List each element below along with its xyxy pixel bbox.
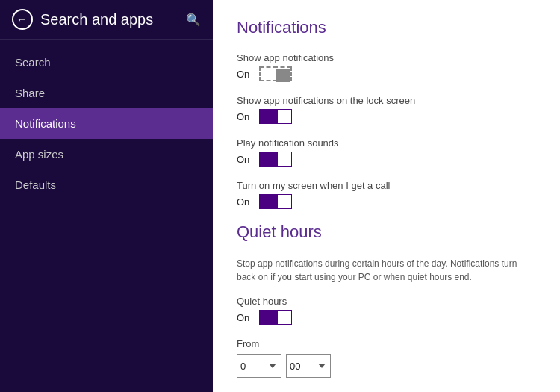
setting-label-show-app-notif: Show app notifications xyxy=(237,52,536,63)
search-icon[interactable]: 🔍 xyxy=(186,13,201,27)
sidebar: ← Search and apps 🔍 Search Share Notific… xyxy=(0,0,213,392)
on-label-show-app-notif: On xyxy=(237,69,252,80)
setting-play-sounds: Play notification sounds On xyxy=(237,137,536,167)
from-label: From xyxy=(237,338,536,349)
setting-value-lock-screen: On xyxy=(237,109,536,124)
sidebar-item-share[interactable]: Share xyxy=(0,78,213,108)
sidebar-item-search[interactable]: Search xyxy=(0,47,213,78)
sidebar-item-app-sizes[interactable]: App sizes xyxy=(0,139,213,169)
notifications-title: Notifications xyxy=(237,18,536,37)
setting-label-quiet-hours: Quiet hours xyxy=(237,296,536,307)
on-label-quiet-hours: On xyxy=(237,312,252,323)
toggle-thumb-screen-call xyxy=(278,195,291,208)
on-label-screen-call: On xyxy=(237,196,252,208)
setting-quiet-hours: Quiet hours On xyxy=(237,296,536,325)
quiet-hours-title: Quiet hours xyxy=(237,223,536,242)
toggle-screen-call[interactable] xyxy=(259,194,292,209)
on-label-lock-screen: On xyxy=(237,111,252,122)
toggle-quiet-hours[interactable] xyxy=(259,310,292,325)
setting-value-show-app-notif: On xyxy=(237,66,536,81)
main-content: Notifications Show app notifications On … xyxy=(213,0,560,392)
on-label-play-sounds: On xyxy=(237,154,252,165)
setting-value-quiet-hours: On xyxy=(237,310,536,325)
setting-show-app-notif: Show app notifications On xyxy=(237,52,536,81)
toggle-track-quiet-hours xyxy=(259,310,292,325)
toggle-track-show-app-notif xyxy=(259,66,292,81)
from-select-group: 0 1 2 3 4 5 6 00 15 30 45 xyxy=(237,354,536,378)
setting-label-play-sounds: Play notification sounds xyxy=(237,137,536,149)
toggle-thumb-show-app-notif xyxy=(276,69,290,82)
sidebar-header: ← Search and apps 🔍 xyxy=(0,0,213,40)
setting-value-screen-call: On xyxy=(237,194,536,209)
setting-label-screen-call: Turn on my screen when I get a call xyxy=(237,180,536,191)
toggle-lock-screen[interactable] xyxy=(259,109,292,124)
setting-lock-screen: Show app notifications on the lock scree… xyxy=(237,95,536,124)
setting-screen-call: Turn on my screen when I get a call On xyxy=(237,180,536,209)
setting-label-lock-screen: Show app notifications on the lock scree… xyxy=(237,95,536,106)
from-minute-select[interactable]: 00 15 30 45 xyxy=(286,354,331,378)
setting-value-play-sounds: On xyxy=(237,152,536,167)
sidebar-item-defaults[interactable]: Defaults xyxy=(0,169,213,200)
toggle-play-sounds[interactable] xyxy=(259,152,292,167)
toggle-thumb-quiet-hours xyxy=(278,311,291,324)
toggle-track-lock-screen xyxy=(259,109,292,124)
quiet-hours-description: Stop app notifications during certain ho… xyxy=(237,257,535,284)
from-hour-select[interactable]: 0 1 2 3 4 5 6 xyxy=(237,354,281,378)
from-row: From 0 1 2 3 4 5 6 00 15 30 45 xyxy=(237,338,536,378)
back-button[interactable]: ← xyxy=(12,9,33,30)
toggle-show-app-notif[interactable] xyxy=(259,66,292,81)
sidebar-title: Search and apps xyxy=(40,11,153,28)
toggle-track-screen-call xyxy=(259,194,292,209)
toggle-thumb-lock-screen xyxy=(278,110,291,123)
sidebar-nav: Search Share Notifications App sizes Def… xyxy=(0,47,213,200)
toggle-thumb-play-sounds xyxy=(278,152,291,166)
back-arrow-icon: ← xyxy=(16,14,27,25)
toggle-track-play-sounds xyxy=(259,152,292,167)
sidebar-item-notifications[interactable]: Notifications xyxy=(0,108,213,139)
